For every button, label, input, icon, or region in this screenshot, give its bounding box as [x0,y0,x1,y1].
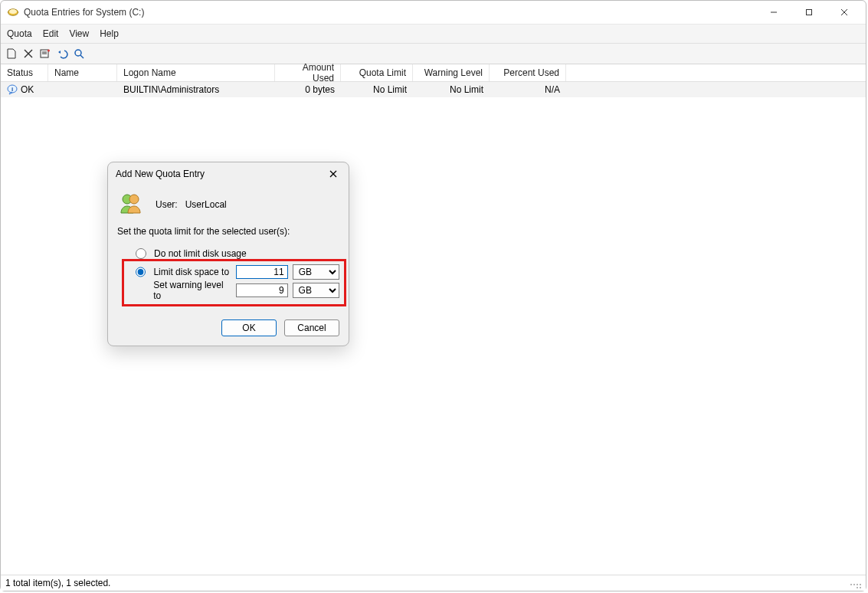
warning-value-input[interactable] [236,283,288,297]
cell-quota: No Limit [341,82,413,97]
status-text: OK [21,84,34,95]
window-title: Quota Entries for System (C:) [24,7,757,18]
dialog-title: Add New Quota Entry [116,169,205,179]
ok-button[interactable]: OK [221,319,277,336]
header-percent[interactable]: Percent Used [490,64,566,81]
header-amount[interactable]: Amount Used [275,64,341,81]
menu-quota[interactable]: Quota [7,28,32,39]
warning-unit-select[interactable]: GB [293,283,339,298]
dialog-titlebar: Add New Quota Entry [108,162,349,185]
svg-point-1 [9,9,17,14]
limit-unit-select[interactable]: GB [293,264,339,280]
header-warning[interactable]: Warning Level [413,64,490,81]
cell-percent: N/A [490,82,566,97]
header-name[interactable]: Name [48,64,117,81]
close-button[interactable] [827,2,861,23]
limit-value-input[interactable] [236,265,288,279]
menu-edit[interactable]: Edit [43,28,59,39]
menubar: Quota Edit View Help [1,25,866,44]
option-no-limit[interactable]: Do not limit disk usage [136,244,339,263]
toolbar [1,44,866,64]
dialog-body: User: UserLocal Set the quota limit for … [108,185,349,306]
titlebar: Quota Entries for System (C:) [1,1,866,25]
status-text: 1 total item(s), 1 selected. [5,578,110,588]
svg-point-19 [129,195,139,204]
dialog-buttons: OK Cancel [221,319,339,336]
cell-logon: BUILTIN\Administrators [117,82,275,97]
info-bubble-icon: i [7,84,18,95]
svg-point-11 [47,50,50,52]
maximize-button[interactable] [792,2,826,23]
minimize-button[interactable] [757,2,791,23]
users-icon [117,190,143,218]
add-quota-dialog: Add New Quota Entry User: [107,162,349,346]
label-no-limit: Do not limit disk usage [154,248,247,259]
properties-icon[interactable] [39,48,51,60]
cell-name [48,82,117,97]
table-row[interactable]: i OK BUILTIN\Administrators 0 bytes No L… [1,82,866,97]
cell-warning: No Limit [413,82,490,97]
statusbar: 1 total item(s), 1 selected. [1,575,866,591]
disk-icon [7,6,19,18]
svg-point-12 [75,50,81,56]
cell-amount: 0 bytes [275,82,341,97]
svg-text:i: i [11,86,13,93]
delete-icon[interactable] [22,48,34,60]
user-label: User: [156,199,178,210]
new-icon[interactable] [5,48,18,60]
header-status[interactable]: Status [1,64,48,81]
svg-rect-3 [807,10,812,15]
label-limit: Limit disk space to [153,267,231,277]
header-logon[interactable]: Logon Name [117,64,275,81]
option-warning: Set warning level to GB [136,281,339,300]
find-icon[interactable] [73,48,85,60]
instruction-text: Set the quota limit for the selected use… [117,226,339,237]
resize-grip-icon[interactable] [850,578,861,588]
user-value: UserLocal [185,199,227,210]
svg-line-13 [80,55,84,58]
radio-no-limit[interactable] [136,248,146,259]
cell-status: i OK [1,82,48,97]
menu-view[interactable]: View [69,28,89,39]
radio-limit[interactable] [136,267,146,277]
cancel-button[interactable]: Cancel [284,319,339,336]
undo-icon[interactable] [56,48,68,60]
header-quota[interactable]: Quota Limit [341,64,413,81]
main-window: Quota Entries for System (C:) Quota Edit… [0,0,866,591]
user-row: User: UserLocal [117,190,339,218]
menu-help[interactable]: Help [100,28,119,39]
close-icon[interactable] [326,166,341,182]
label-warning: Set warning level to [153,280,231,301]
column-headers: Status Name Logon Name Amount Used Quota… [1,64,866,82]
option-limit[interactable]: Limit disk space to GB [136,263,339,281]
window-controls [757,2,861,23]
